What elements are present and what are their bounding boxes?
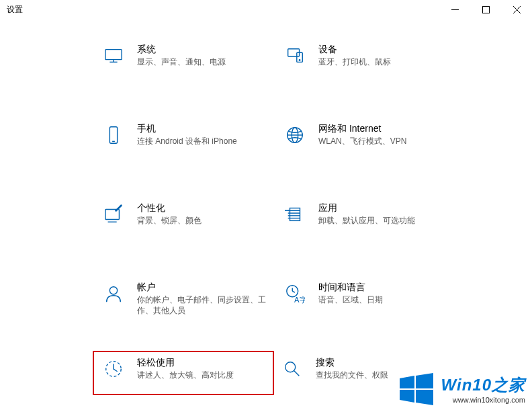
category-accounts[interactable]: 帐户 你的帐户、电子邮件、同步设置、工作、其他人员 xyxy=(94,276,275,321)
svg-line-29 xyxy=(292,291,295,292)
phone-icon xyxy=(101,122,126,148)
category-title: 系统 xyxy=(137,43,269,55)
svg-rect-15 xyxy=(105,210,120,220)
category-title: 帐户 xyxy=(137,281,269,293)
category-desc: 语音、区域、日期 xyxy=(318,294,450,305)
category-title: 轻松使用 xyxy=(137,356,266,368)
category-title: 网络和 Internet xyxy=(318,122,450,134)
svg-point-32 xyxy=(285,362,296,372)
category-title: 个性化 xyxy=(137,202,269,214)
search-icon xyxy=(279,356,305,382)
settings-home: 系统 显示、声音、通知、电源 设备 蓝牙、打印机、鼠标 xyxy=(0,19,532,23)
category-phone[interactable]: 手机 连接 Android 设备和 iPhone xyxy=(94,117,275,153)
title-bar: 设置 xyxy=(0,0,532,19)
svg-marker-37 xyxy=(416,373,433,388)
close-icon xyxy=(513,6,521,13)
accounts-icon xyxy=(101,281,126,306)
time-language-icon: A字 xyxy=(282,281,308,306)
category-desc: WLAN、飞行模式、VPN xyxy=(318,136,450,147)
svg-point-26 xyxy=(109,287,117,294)
svg-point-9 xyxy=(299,60,300,61)
category-devices[interactable]: 设备 蓝牙、打印机、鼠标 xyxy=(275,38,457,74)
personalize-icon xyxy=(101,202,126,227)
window-title: 设置 xyxy=(7,4,23,15)
close-button[interactable] xyxy=(501,0,532,19)
svg-text:A字: A字 xyxy=(294,296,305,304)
category-desc: 蓝牙、打印机、鼠标 xyxy=(318,56,450,67)
category-personalize[interactable]: 个性化 背景、锁屏、颜色 xyxy=(94,196,275,233)
ease-of-access-icon xyxy=(101,356,126,382)
svg-rect-4 xyxy=(105,50,122,60)
category-desc: 卸载、默认应用、可选功能 xyxy=(318,215,450,226)
devices-icon xyxy=(282,43,308,69)
svg-rect-17 xyxy=(290,208,300,221)
maximize-icon xyxy=(482,6,490,13)
category-title: 搜索 xyxy=(316,356,447,368)
maximize-button[interactable] xyxy=(470,0,501,19)
category-title: 设备 xyxy=(318,43,450,55)
category-desc: 你的帐户、电子邮件、同步设置、工作、其他人员 xyxy=(137,294,269,316)
category-desc: 讲述人、放大镜、高对比度 xyxy=(137,370,266,380)
watermark-url: www.win10xitong.com xyxy=(441,396,525,404)
category-title: 手机 xyxy=(137,122,269,134)
category-apps[interactable]: 应用 卸载、默认应用、可选功能 xyxy=(275,196,457,233)
window-controls xyxy=(439,0,532,19)
category-network[interactable]: 网络和 Internet WLAN、飞行模式、VPN xyxy=(275,117,457,153)
apps-icon xyxy=(282,202,308,227)
watermark-title: Win10之家 xyxy=(441,374,525,396)
watermark: Win10之家 www.win10xitong.com xyxy=(396,369,525,409)
category-title: 时间和语言 xyxy=(318,281,450,293)
windows-logo-icon xyxy=(396,369,436,409)
network-icon xyxy=(282,122,308,148)
category-time[interactable]: A字 时间和语言 语音、区域、日期 xyxy=(275,276,457,321)
category-system[interactable]: 系统 显示、声音、通知、电源 xyxy=(94,38,275,74)
svg-marker-36 xyxy=(400,376,414,388)
category-title: 应用 xyxy=(318,202,450,214)
svg-line-33 xyxy=(294,371,300,376)
svg-marker-38 xyxy=(400,390,414,403)
category-grid: 系统 显示、声音、通知、电源 设备 蓝牙、打印机、鼠标 xyxy=(94,38,470,416)
svg-marker-39 xyxy=(416,390,433,405)
svg-rect-1 xyxy=(482,6,489,13)
svg-rect-10 xyxy=(109,127,117,143)
category-desc: 显示、声音、通知、电源 xyxy=(137,56,269,67)
minimize-button[interactable] xyxy=(439,0,470,19)
category-desc: 背景、锁屏、颜色 xyxy=(137,215,269,226)
system-icon xyxy=(101,43,126,69)
category-ease-of-access[interactable]: 轻松使用 讲述人、放大镜、高对比度 xyxy=(93,351,274,395)
category-desc: 连接 Android 设备和 iPhone xyxy=(137,136,269,147)
minimize-icon xyxy=(451,6,459,13)
